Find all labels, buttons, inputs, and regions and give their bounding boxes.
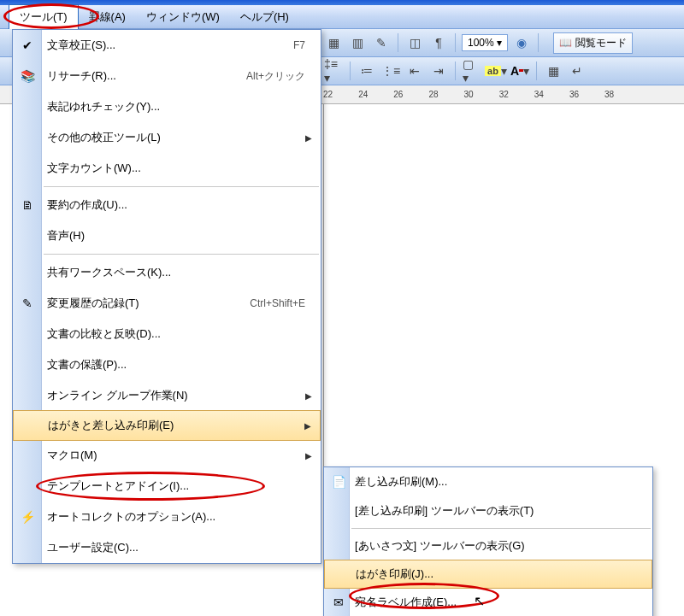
mailmerge-submenu-item[interactable]: 📄差し込み印刷(M)... (324, 467, 652, 496)
menubar-window-label: ウィンドウ(W) (146, 10, 220, 23)
menu-separator (44, 186, 319, 187)
submenu-arrow-icon: ▶ (305, 391, 312, 401)
submenu-arrow-icon: ▶ (305, 133, 312, 143)
reading-mode-button[interactable]: 📖 閲覧モード (553, 32, 633, 54)
outdent-icon[interactable]: ⇤ (404, 61, 425, 81)
merge-icon: 📄 (329, 472, 348, 491)
doc-map-icon[interactable]: ◫ (404, 32, 425, 53)
tools-menu-label: 文書の比較と反映(D)... (47, 326, 312, 342)
zoom-combo[interactable]: 100% ▾ (462, 34, 508, 51)
tools-menu-label: 表記ゆれチェック(Y)... (47, 99, 312, 114)
menubar-lines-label: 罫線(A) (89, 10, 126, 23)
tools-menu-item[interactable]: 文字カウント(W)... (13, 153, 321, 184)
ruler-mark: 32 (499, 90, 509, 99)
menu-bar: ツール(T) 罫線(A) ウィンドウ(W) ヘルプ(H) (0, 5, 684, 29)
label-icon: ✉ (329, 593, 348, 612)
bullets-icon[interactable]: ⋮≡ (380, 61, 401, 81)
tools-menu-label: 文章校正(S)... (47, 38, 293, 53)
summary-icon: 🗎 (18, 196, 37, 214)
reading-mode-label: 閲覧モード (575, 36, 627, 50)
separator (536, 62, 537, 80)
tools-menu-item[interactable]: はがきと差し込み印刷(E)▶ (13, 410, 321, 441)
submenu-arrow-icon: ▶ (304, 421, 311, 431)
menubar-help-label: ヘルプ(H) (240, 10, 289, 23)
shortcut-text: F7 (293, 39, 305, 51)
tools-menu-item[interactable]: 🗎要約の作成(U)... (13, 190, 321, 220)
show-marks-icon[interactable]: ¶ (428, 32, 449, 53)
tools-menu-label: ユーザー設定(C)... (47, 540, 312, 555)
ruler-mark: 34 (534, 90, 544, 99)
ruler-mark: 36 (569, 90, 579, 99)
mailmerge-submenu-item[interactable]: [あいさつ文] ツールバーの表示(G) (324, 531, 652, 560)
grid-icon[interactable]: ▦ (543, 61, 563, 81)
line-spacing-icon[interactable]: ‡≡ ▾ (323, 61, 344, 81)
tools-menu-item[interactable]: ✔文章校正(S)...F7 (13, 30, 321, 61)
tools-menu-label: オンライン グループ作業(N) (47, 388, 305, 403)
separator (398, 33, 398, 52)
tools-menu-item[interactable]: その他の校正ツール(L)▶ (13, 122, 321, 153)
separator (538, 33, 539, 52)
tools-menu-label: 変更履歴の記録(T) (47, 296, 250, 311)
tools-menu-item[interactable]: テンプレートとアドイン(I)... (13, 471, 321, 502)
tools-menu-item[interactable]: 表記ゆれチェック(Y)... (13, 91, 321, 122)
tools-menu-item[interactable]: 文書の比較と反映(D)... (13, 319, 321, 349)
shortcut-text: Alt+クリック (246, 69, 305, 84)
ruler-mark: 22 (323, 90, 333, 99)
numbering-icon[interactable]: ≔ (357, 61, 377, 81)
menu-separator (351, 528, 651, 529)
book-icon: 📚 (18, 67, 37, 85)
tools-menu-label: 共有ワークスペース(K)... (47, 265, 312, 280)
ruler-mark: 24 (358, 90, 368, 99)
mailmerge-submenu-label: 差し込み印刷(M)... (355, 474, 644, 490)
tools-menu-item[interactable]: 文書の保護(P)... (13, 349, 321, 380)
font-color-icon[interactable]: A ▾ (510, 61, 530, 81)
ruler-mark: 28 (428, 90, 438, 99)
ruler-mark: 38 (604, 90, 614, 99)
separator (455, 33, 456, 52)
menubar-tools[interactable]: ツール(T) (9, 4, 79, 29)
mailmerge-submenu-label: はがき印刷(J)... (356, 566, 643, 582)
tools-menu-item[interactable]: ✎変更履歴の記録(T)Ctrl+Shift+E (13, 288, 321, 319)
zoom-value: 100% (468, 37, 494, 49)
tools-menu-label: その他の校正ツール(L) (47, 130, 305, 145)
menubar-lines[interactable]: 罫線(A) (79, 5, 136, 29)
auto-icon: ⚡ (18, 507, 37, 526)
shortcut-text: Ctrl+Shift+E (250, 297, 305, 309)
help-icon[interactable]: ◉ (511, 32, 532, 53)
mailmerge-submenu-label: [あいさつ文] ツールバーの表示(G) (355, 538, 644, 554)
check-icon: ✔ (18, 36, 37, 55)
columns-icon[interactable]: ▥ (347, 32, 368, 53)
tools-menu-label: オートコレクトのオプション(A)... (47, 509, 312, 525)
indent-icon[interactable]: ⇥ (428, 61, 449, 81)
tools-menu-item[interactable]: マクロ(M)▶ (13, 440, 321, 471)
menu-separator (44, 254, 319, 255)
tools-menu-item[interactable]: 📚リサーチ(R)...Alt+クリック (13, 61, 321, 91)
borders-icon[interactable]: ▢ ▾ (462, 61, 482, 81)
tools-menu-label: 要約の作成(U)... (47, 197, 312, 213)
submenu-arrow-icon: ▶ (305, 451, 312, 461)
mailmerge-submenu-item[interactable]: はがき印刷(J)... (324, 560, 652, 589)
track-icon: ✎ (18, 294, 37, 313)
highlight-icon[interactable]: ab ▾ (486, 61, 506, 81)
separator (455, 62, 456, 80)
menubar-window[interactable]: ウィンドウ(W) (136, 5, 230, 29)
tables-icon[interactable]: ▦ (323, 32, 344, 53)
tools-menu-item[interactable]: 共有ワークスペース(K)... (13, 257, 321, 288)
drawing-icon[interactable]: ✎ (371, 32, 392, 53)
mailmerge-submenu-item[interactable]: [差し込み印刷] ツールバーの表示(T) (324, 496, 652, 525)
tools-menu-item[interactable]: ユーザー設定(C)... (13, 532, 321, 563)
mailmerge-submenu-label: [差し込み印刷] ツールバーの表示(T) (355, 503, 644, 519)
cursor-icon: ↖ (474, 593, 485, 609)
menubar-help[interactable]: ヘルプ(H) (230, 5, 299, 29)
reading-mode-icon: 📖 (559, 37, 572, 49)
ruler-mark: 26 (393, 90, 403, 99)
tools-menu-item[interactable]: 音声(H) (13, 220, 321, 251)
mailmerge-submenu-label: 宛名ラベル作成(E)... (355, 595, 644, 610)
marks-icon[interactable]: ↵ (567, 61, 587, 81)
tools-menu-label: テンプレートとアドイン(I)... (47, 478, 312, 494)
tools-menu-item[interactable]: ⚡オートコレクトのオプション(A)... (13, 502, 321, 532)
tools-menu-label: はがきと差し込み印刷(E) (48, 418, 304, 433)
tools-menu-item[interactable]: オンライン グループ作業(N)▶ (13, 380, 321, 411)
tools-menu-label: 文字カウント(W)... (47, 161, 312, 176)
mailmerge-submenu-item[interactable]: ✉宛名ラベル作成(E)... (324, 588, 652, 616)
